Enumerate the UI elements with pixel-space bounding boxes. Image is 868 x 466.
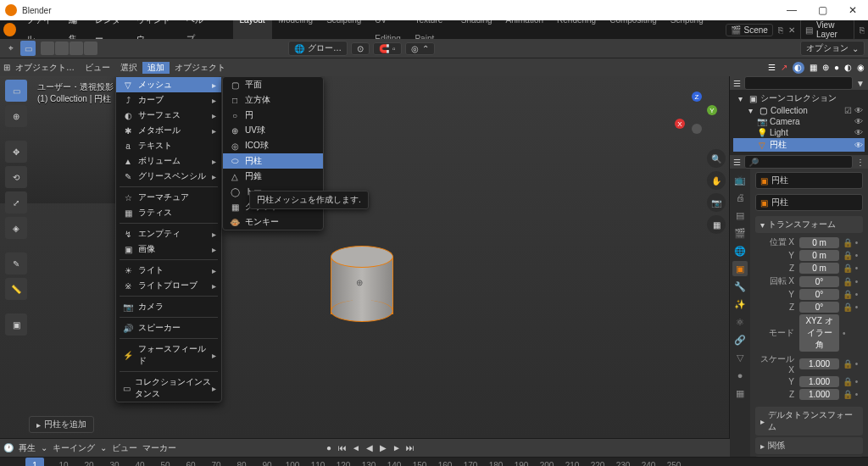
keyframe-next-icon[interactable]: ► <box>390 441 403 455</box>
cylinder-object[interactable]: ⊕ <box>331 246 393 322</box>
add-menu-item[interactable]: ☆アーマチュア <box>116 190 221 205</box>
add-menu-item[interactable]: ✎グリースペンシル▸ <box>116 169 221 184</box>
redo-panel[interactable]: ▸円柱を追加 <box>29 416 94 433</box>
nav-gizmo[interactable]: X Y Z <box>676 93 719 136</box>
scale-z[interactable]: 1.000 <box>799 389 839 400</box>
zoom-icon[interactable]: 🔍 <box>707 149 726 168</box>
overlay-icon[interactable]: ◐ <box>793 62 804 74</box>
modifier-tab-icon[interactable]: 🔧 <box>732 279 748 294</box>
xray-icon[interactable]: ▦ <box>810 63 817 72</box>
add-menu-item[interactable]: ↯エンプティ▸ <box>116 226 221 241</box>
gizmo-toggle-icon[interactable]: ↗ <box>781 63 787 72</box>
transform-panel-header[interactable]: ▾トランスフォーム <box>755 216 863 233</box>
play-icon[interactable]: ▶ <box>376 441 390 455</box>
add-menu-item[interactable]: ☀ライト▸ <box>116 263 221 278</box>
add-menu-item[interactable]: ▣画像▸ <box>116 241 221 257</box>
add-menu-item[interactable]: ⤴カーブ▸ <box>116 92 221 108</box>
collection-row[interactable]: ▾▢Collection☑ 👁 <box>733 105 865 116</box>
shading-wire-icon[interactable]: ⊕ <box>822 63 829 72</box>
select-box-tool[interactable]: ▭ <box>5 80 27 102</box>
mesh-submenu-item[interactable]: □立方体 <box>223 92 323 108</box>
new-scene-icon[interactable]: ⎘ <box>778 25 783 35</box>
props-options-icon[interactable]: ⋮ <box>856 158 865 167</box>
pivot-selector[interactable]: ⊙ <box>351 42 370 55</box>
scale-y[interactable]: 1.000 <box>799 376 839 387</box>
object-tab-icon[interactable]: ▣ <box>732 261 748 276</box>
render-tab-icon[interactable]: 📺 <box>732 172 748 187</box>
annotate-tool[interactable]: ✎ <box>5 252 27 275</box>
physics-tab-icon[interactable]: ⚛ <box>732 314 748 330</box>
object-name-field[interactable]: ▣円柱 <box>755 194 863 211</box>
loc-y[interactable]: 0 m <box>799 250 839 261</box>
minimize-button[interactable]: — <box>776 0 807 20</box>
select-tool-icon[interactable]: ▭ <box>20 41 36 56</box>
loc-z[interactable]: 0 m <box>799 263 839 274</box>
pan-icon[interactable]: ✋ <box>707 171 726 190</box>
relations-panel[interactable]: ▸関係 <box>755 437 863 454</box>
timeline-view-menu[interactable]: ビュー <box>112 442 137 454</box>
particle-tab-icon[interactable]: ✨ <box>732 297 748 312</box>
axis-x[interactable]: X <box>675 119 685 129</box>
cursor-tool[interactable]: ⊕ <box>5 105 27 127</box>
options-button[interactable]: オプション⌄ <box>800 41 865 56</box>
close-button[interactable]: ✕ <box>837 0 868 20</box>
maximize-button[interactable]: ▢ <box>807 0 837 20</box>
timeline-ruler[interactable]: 1 01020304050607080901001101201301401501… <box>0 457 868 466</box>
add-menu[interactable]: 追加 <box>142 62 170 74</box>
mesh-submenu-item[interactable]: △円錐 <box>223 169 323 184</box>
world-tab-icon[interactable]: 🌐 <box>732 243 748 258</box>
scale-tool[interactable]: ⤢ <box>5 191 27 214</box>
add-menu-item[interactable]: ◐サーフェス▸ <box>116 108 221 123</box>
mode-selector[interactable]: オブジェクト… <box>10 62 80 74</box>
measure-tool[interactable]: 📏 <box>5 278 27 300</box>
material-tab-icon[interactable]: ● <box>732 368 748 383</box>
timeline-keying-menu[interactable]: キーイング <box>53 442 95 454</box>
constraint-tab-icon[interactable]: 🔗 <box>732 332 748 347</box>
autokeying-icon[interactable]: ● <box>322 441 336 455</box>
output-tab-icon[interactable]: 🖨 <box>732 190 748 205</box>
mesh-submenu-item[interactable]: ▢平面 <box>223 77 323 92</box>
orientation-selector[interactable]: 🌐グロー… <box>288 41 348 56</box>
add-menu-item[interactable]: ⚡フォースフィールド▸ <box>116 341 221 369</box>
select-menu[interactable]: 選択 <box>115 62 142 74</box>
data-tab-icon[interactable]: ▽ <box>732 350 748 365</box>
add-menu-item[interactable]: ▽メッシュ▸ <box>116 77 221 92</box>
delta-transform-panel[interactable]: ▸デルタトランスフォーム <box>755 407 863 435</box>
play-reverse-icon[interactable]: ◀ <box>363 441 376 455</box>
timeline-type-icon[interactable]: 🕐 <box>3 443 14 452</box>
mesh-submenu-item[interactable]: ◎ICO球 <box>223 138 323 153</box>
timeline-play-menu[interactable]: 再生 <box>19 442 36 454</box>
shading-matprev-icon[interactable]: ◐ <box>844 63 852 72</box>
cursor-tool-icon[interactable]: ⌖ <box>3 41 19 56</box>
add-menu-item[interactable]: ▲ボリューム▸ <box>116 153 221 169</box>
blender-icon[interactable] <box>3 23 16 36</box>
shading-rendered-icon[interactable]: ◉ <box>857 63 865 72</box>
scale-x[interactable]: 1.000 <box>799 358 839 369</box>
mesh-submenu-item[interactable]: ⬭円柱 <box>223 153 323 169</box>
camera-view-icon[interactable]: 📷 <box>707 193 726 212</box>
breadcrumb[interactable]: ▣円柱 <box>755 172 863 189</box>
mesh-submenu-item[interactable]: ⊕UV球 <box>223 123 323 138</box>
camera-row[interactable]: 📷Camera👁 <box>733 116 865 127</box>
playhead[interactable]: 1 <box>25 458 44 466</box>
object-menu[interactable]: オブジェクト <box>170 62 231 74</box>
move-tool[interactable]: ✥ <box>5 141 27 163</box>
rotate-tool[interactable]: ⟲ <box>5 166 27 188</box>
add-menu-item[interactable]: 🔊スピーカー <box>116 320 221 336</box>
add-menu-item[interactable]: 📷カメラ <box>116 299 221 314</box>
jump-end-icon[interactable]: ⏭ <box>403 441 417 455</box>
rot-y[interactable]: 0° <box>799 289 839 300</box>
editor-type-icon[interactable]: ⊞ <box>3 63 10 72</box>
viewlayer-selector[interactable]: ▤View Layer <box>800 19 854 41</box>
rot-x[interactable]: 0° <box>799 276 839 287</box>
add-menu-item[interactable]: ※ライトプローブ▸ <box>116 278 221 293</box>
axis-y[interactable]: Y <box>707 105 717 115</box>
outliner-search[interactable] <box>744 76 853 90</box>
view-menu[interactable]: ビュー <box>80 62 115 74</box>
filter-icon[interactable]: ☰ <box>768 63 776 72</box>
filter-icon[interactable]: ▼ <box>856 79 865 88</box>
delete-scene-icon[interactable]: ✕ <box>788 25 795 35</box>
keyframe-prev-icon[interactable]: ◄ <box>349 441 363 455</box>
loc-x[interactable]: 0 m <box>799 237 839 248</box>
add-cube-tool[interactable]: ▣ <box>5 313 27 336</box>
